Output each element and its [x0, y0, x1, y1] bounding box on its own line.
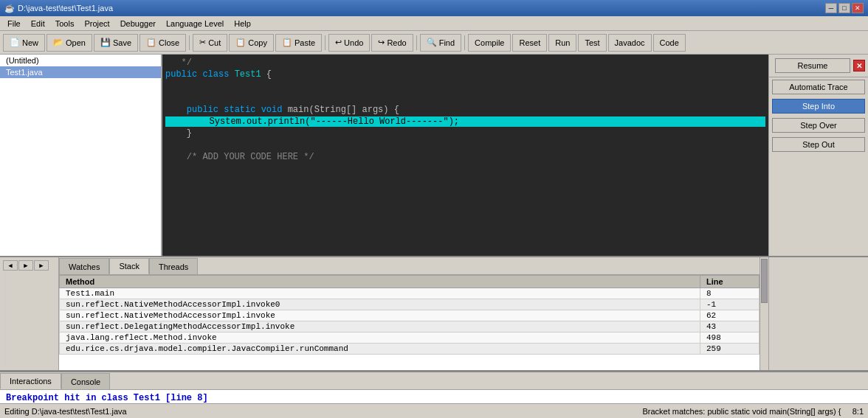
table-row: Test1.main8 [60, 288, 760, 299]
watches-empty-pane [1, 272, 5, 367]
stack-table-container[interactable]: Method Line Test1.main8sun.reflect.Nativ… [59, 275, 760, 370]
maximize-button[interactable]: □ [838, 3, 850, 13]
stack-scrollbar[interactable] [760, 257, 768, 370]
highlighted-code-line: System.out.println("------Hello World---… [162, 116, 768, 128]
toolbar-sep3 [416, 35, 417, 50]
run-button[interactable]: Run [548, 34, 576, 52]
menu-file[interactable]: File [3, 18, 25, 29]
tab-console[interactable]: Console [61, 373, 110, 389]
step-out-button[interactable]: Step Out [772, 137, 865, 152]
open-button[interactable]: 📂 Open [46, 34, 92, 52]
code-line [162, 81, 768, 93]
window-close-button[interactable]: ✕ [852, 3, 864, 13]
toolbar-sep2 [325, 35, 326, 50]
code-line [162, 140, 768, 152]
cut-icon: ✂ [199, 38, 206, 47]
app-icon: ☕ [4, 4, 15, 13]
code-button[interactable]: Code [653, 34, 686, 52]
table-row: edu.rice.cs.drjava.model.compiler.JavacC… [60, 344, 760, 355]
code-line: } [162, 128, 768, 140]
title-bar-controls: ─ □ ✕ [825, 3, 864, 13]
resume-button[interactable]: Resume [775, 58, 850, 73]
table-row: sun.reflect.NativeMethodAccessorImpl.inv… [60, 299, 760, 310]
tab-interactions[interactable]: Interactions [0, 373, 61, 389]
menu-language-level[interactable]: Language Level [162, 18, 228, 29]
menu-help[interactable]: Help [230, 18, 255, 29]
scroll-thumb[interactable] [761, 259, 768, 303]
debug-panel: Resume ✕ Automatic Trace Step Into Step … [768, 55, 868, 256]
save-button[interactable]: 💾 Save [94, 34, 138, 52]
table-row: java.lang.reflect.Method.invoke498 [60, 332, 760, 344]
stack-line: -1 [700, 299, 760, 310]
close-icon: 📋 [146, 38, 156, 47]
editor-content[interactable]: */ public class Test1 { public static vo… [162, 55, 768, 256]
automatic-trace-button[interactable]: Automatic Trace [772, 80, 865, 94]
save-icon: 💾 [100, 38, 111, 47]
minimize-button[interactable]: ─ [825, 3, 837, 13]
status-left: Editing D:\java-test\test\Test1.java [4, 407, 127, 416]
code-line: */ [162, 58, 768, 69]
stack-line: 498 [700, 332, 760, 344]
new-button[interactable]: 📄 New [3, 34, 45, 52]
stack-panel: Watches Stack Threads Method Line Test1.… [59, 257, 760, 370]
stack-line: 259 [700, 344, 760, 355]
title-bar-left: ☕ D:\java-test\test\Test1.java [4, 4, 113, 13]
open-icon: 📂 [53, 38, 63, 47]
paste-button[interactable]: 📋 Paste [275, 34, 322, 52]
stack-method: sun.reflect.NativeMethodAccessorImpl.inv… [60, 310, 700, 321]
tree-untitled[interactable]: (Untitled) [0, 55, 161, 66]
menu-tools[interactable]: Tools [51, 18, 79, 29]
title-bar: ☕ D:\java-test\test\Test1.java ─ □ ✕ [0, 0, 868, 16]
prev-button[interactable]: ◀ [3, 260, 18, 271]
menu-project[interactable]: Project [80, 18, 114, 29]
tree-test1[interactable]: Test1.java [0, 66, 161, 78]
tab-threads[interactable]: Threads [149, 258, 198, 274]
javadoc-button[interactable]: Javadoc [608, 34, 652, 52]
copy-button[interactable]: 📋 Copy [229, 34, 274, 52]
nav-button[interactable]: ▶ [34, 260, 49, 271]
stack-tbody: Test1.main8sun.reflect.NativeMethodAcces… [60, 288, 760, 355]
stack-method: sun.reflect.NativeMethodAccessorImpl.inv… [60, 299, 700, 310]
bottom-tab-bar: Interactions Console [0, 372, 868, 390]
compile-button[interactable]: Compile [468, 34, 511, 52]
middle-section: ◀ ▶ ▶ Watches Stack Threads Method [0, 257, 868, 372]
stack-line: 8 [700, 288, 760, 299]
table-row: sun.reflect.NativeMethodAccessorImpl.inv… [60, 310, 760, 321]
resume-close-row: Resume ✕ [769, 55, 868, 77]
tab-stack[interactable]: Stack [109, 258, 149, 274]
tab-watches[interactable]: Watches [59, 258, 109, 274]
table-row: sun.reflect.DelegatingMethodAccessorImpl… [60, 321, 760, 332]
tab-bar: Watches Stack Threads [59, 257, 760, 275]
new-icon: 📄 [10, 38, 20, 47]
debug-close-button[interactable]: ✕ [853, 60, 865, 72]
reset-button[interactable]: Reset [512, 34, 547, 52]
title-text: D:\java-test\test\Test1.java [18, 4, 113, 13]
cut-button[interactable]: ✂ Cut [193, 34, 227, 52]
top-section: (Untitled) Test1.java */ public class Te… [0, 55, 868, 257]
toolbar: 📄 New 📂 Open 💾 Save 📋 Close ✂ Cut 📋 Copy… [0, 31, 868, 55]
step-into-button[interactable]: Step Into [772, 99, 865, 114]
debug-panel-bottom [768, 257, 868, 370]
col-line: Line [700, 276, 760, 288]
close-button[interactable]: 📋 Close [140, 34, 186, 52]
step-over-button[interactable]: Step Over [772, 118, 865, 133]
stack-line: 62 [700, 310, 760, 321]
stack-method: Test1.main [60, 288, 700, 299]
redo-button[interactable]: ↪ Redo [371, 34, 413, 52]
toolbar-sep1 [189, 35, 190, 50]
menu-bar: File Edit Tools Project Debugger Languag… [0, 16, 868, 31]
menu-debugger[interactable]: Debugger [116, 18, 160, 29]
stack-method: java.lang.reflect.Method.invoke [60, 332, 700, 344]
test-button[interactable]: Test [578, 34, 606, 52]
toolbar-sep4 [464, 35, 465, 50]
find-button[interactable]: 🔍 Find [420, 34, 461, 52]
editor-scrollable[interactable]: */ public class Test1 { public static vo… [162, 55, 768, 256]
stack-method: edu.rice.cs.drjava.model.compiler.JavacC… [60, 344, 700, 355]
redo-icon: ↪ [378, 38, 385, 47]
code-line [162, 93, 768, 105]
menu-edit[interactable]: Edit [27, 18, 49, 29]
undo-button[interactable]: ↩ Undo [328, 34, 370, 52]
next-button[interactable]: ▶ [18, 260, 33, 271]
stack-line: 43 [700, 321, 760, 332]
undo-icon: ↩ [335, 38, 342, 47]
